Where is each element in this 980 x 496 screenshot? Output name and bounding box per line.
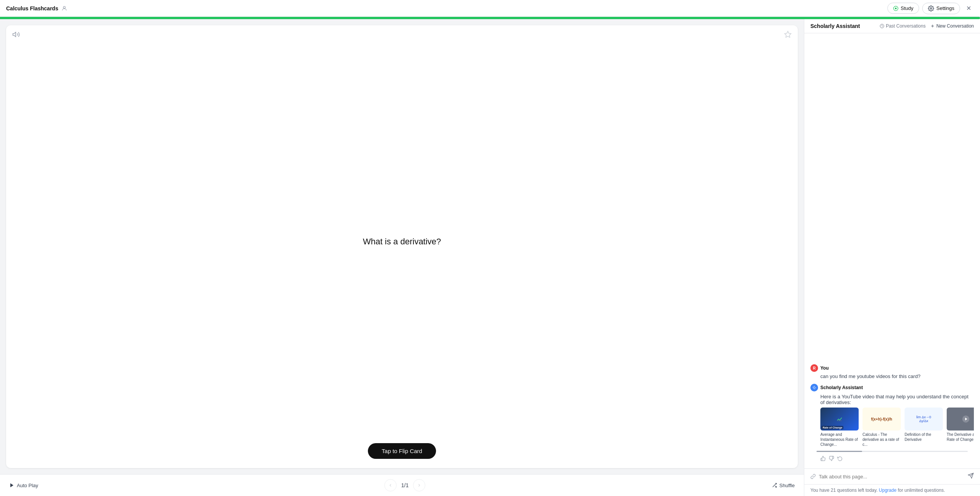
assistant-message: Scholarly Assistant Here is a YouTube vi… — [810, 384, 974, 462]
svg-point-3 — [930, 8, 932, 9]
svg-point-0 — [64, 6, 65, 8]
video-card-3[interactable]: lim Δx→0Δy/Δx Definition of the Derivati… — [905, 408, 943, 447]
thumb-bg-2: f(x+h)-f(x)/h — [862, 408, 901, 431]
video-scroll-fill — [817, 451, 862, 452]
star-outline-icon — [784, 31, 792, 38]
user-sender: R You — [810, 364, 974, 372]
plus-icon — [930, 24, 935, 28]
video-card-2[interactable]: f(x+h)-f(x)/h Calculus - The derivative … — [862, 408, 901, 447]
next-card-button[interactable] — [413, 479, 425, 491]
video-card-title-4: The Derivative as a Rate of Change — [947, 432, 974, 442]
thumbs-down-button[interactable] — [829, 456, 834, 462]
assistant-icon — [812, 385, 817, 390]
auto-play-button[interactable]: Auto Play — [9, 483, 38, 488]
send-icon — [968, 473, 974, 479]
feedback-row — [820, 454, 974, 462]
study-button[interactable]: Study — [887, 3, 919, 14]
panel-header: Scholarly Assistant Past Conversations N… — [804, 19, 980, 33]
panel-title: Scholarly Assistant — [810, 23, 860, 29]
topbar: Calculus Flashcards Study Settings ✕ — [0, 0, 980, 17]
video-thumb-3: lim Δx→0Δy/Δx — [905, 408, 943, 431]
main-layout: What is a derivative? Tap to Flip Card A… — [0, 19, 980, 496]
thumb-math: lim Δx→0Δy/Δx — [915, 414, 933, 424]
play-icon — [9, 483, 15, 488]
chevron-left-icon — [388, 483, 393, 488]
chat-spacer — [810, 39, 974, 360]
nav-controls: 1/1 — [384, 479, 425, 491]
card-content: What is a derivative? — [6, 40, 798, 443]
refresh-button[interactable] — [837, 456, 843, 462]
thumbs-down-icon — [829, 456, 834, 461]
gear-icon — [928, 5, 934, 11]
page-title: Calculus Flashcards — [6, 5, 58, 11]
chat-input-area — [804, 468, 980, 484]
settings-button[interactable]: Settings — [922, 3, 960, 14]
close-button[interactable]: ✕ — [963, 3, 974, 14]
video-cards-container: Rate of Change Average and Instantaneous… — [820, 408, 974, 449]
thumb-formula: f(x+h)-f(x)/h — [869, 416, 893, 423]
scholarly-assistant-panel: Scholarly Assistant Past Conversations N… — [804, 19, 980, 496]
thumbs-up-icon — [820, 456, 826, 461]
shuffle-button[interactable]: Shuffle — [772, 483, 795, 488]
card-top-icons — [6, 25, 798, 40]
topbar-left: Calculus Flashcards — [6, 5, 67, 11]
video-card-4[interactable]: The Derivative as a Rate of Change — [947, 408, 974, 447]
flashcard[interactable]: What is a derivative? Tap to Flip Card — [6, 25, 798, 468]
refresh-icon — [837, 456, 843, 461]
flip-card-button[interactable]: Tap to Flip Card — [368, 443, 436, 459]
new-conversation-button[interactable]: New Conversation — [930, 23, 974, 29]
chart-icon — [836, 416, 843, 422]
star-icon[interactable] — [784, 31, 792, 40]
video-thumb-1: Rate of Change — [820, 408, 859, 431]
study-icon — [893, 6, 898, 11]
sound-icon[interactable] — [12, 31, 20, 40]
link-icon — [810, 474, 816, 479]
video-card-1[interactable]: Rate of Change Average and Instantaneous… — [820, 408, 859, 447]
video-card-title-1: Average and Instantaneous Rate of Change… — [820, 432, 859, 447]
svg-marker-6 — [10, 483, 13, 488]
card-container: What is a derivative? Tap to Flip Card — [0, 19, 804, 474]
svg-marker-4 — [13, 32, 16, 37]
play-circle-icon — [962, 415, 970, 423]
chat-input[interactable] — [819, 474, 965, 480]
panel-header-right: Past Conversations New Conversation — [880, 23, 974, 29]
assistant-avatar — [810, 384, 818, 391]
thumb-bg-1: Rate of Change — [820, 408, 859, 431]
thumb-overlay-text-1: Rate of Change — [822, 426, 843, 429]
upgrade-link[interactable]: Upgrade — [879, 488, 897, 493]
shuffle-icon — [772, 483, 777, 488]
assistant-sender: Scholarly Assistant — [810, 384, 974, 391]
flip-btn-wrapper: Tap to Flip Card — [6, 443, 798, 468]
video-thumb-4 — [947, 408, 974, 431]
flashcard-area: What is a derivative? Tap to Flip Card A… — [0, 19, 804, 496]
thumbs-up-button[interactable] — [820, 456, 826, 462]
svg-point-12 — [813, 387, 815, 389]
person-icon — [61, 5, 67, 11]
user-avatar: R — [810, 364, 818, 372]
past-conversations-button[interactable]: Past Conversations — [880, 23, 926, 29]
chevron-right-icon — [417, 483, 421, 488]
user-message-text: can you find me youtube videos for this … — [820, 373, 974, 379]
card-counter: 1/1 — [401, 482, 408, 488]
video-card-title-3: Definition of the Derivative — [905, 432, 943, 442]
assistant-message-text: Here is a YouTube video that may help yo… — [820, 394, 974, 405]
chat-send-button[interactable] — [968, 473, 974, 480]
thumb-bg-4 — [947, 408, 974, 431]
topbar-right: Study Settings ✕ — [887, 3, 974, 14]
svg-line-16 — [815, 389, 816, 389]
chat-area: R You can you find me youtube videos for… — [804, 33, 980, 468]
volume-icon — [12, 31, 20, 38]
questions-count: 21 — [831, 488, 836, 493]
clock-icon — [880, 24, 884, 28]
video-scroll-indicator — [817, 451, 968, 452]
card-question: What is a derivative? — [355, 229, 449, 254]
prev-card-button[interactable] — [384, 479, 397, 491]
video-thumb-2: f(x+h)-f(x)/h — [862, 408, 901, 431]
svg-line-15 — [813, 386, 813, 386]
thumb-bg-3: lim Δx→0Δy/Δx — [905, 408, 943, 431]
svg-point-2 — [895, 7, 897, 9]
questions-remaining: You have 21 questions left today. Upgrad… — [804, 484, 980, 496]
video-card-title-2: Calculus - The derivative as a rate of c… — [862, 432, 901, 447]
card-footer: Auto Play 1/1 — [0, 474, 804, 496]
user-message: R You can you find me youtube videos for… — [810, 364, 974, 379]
